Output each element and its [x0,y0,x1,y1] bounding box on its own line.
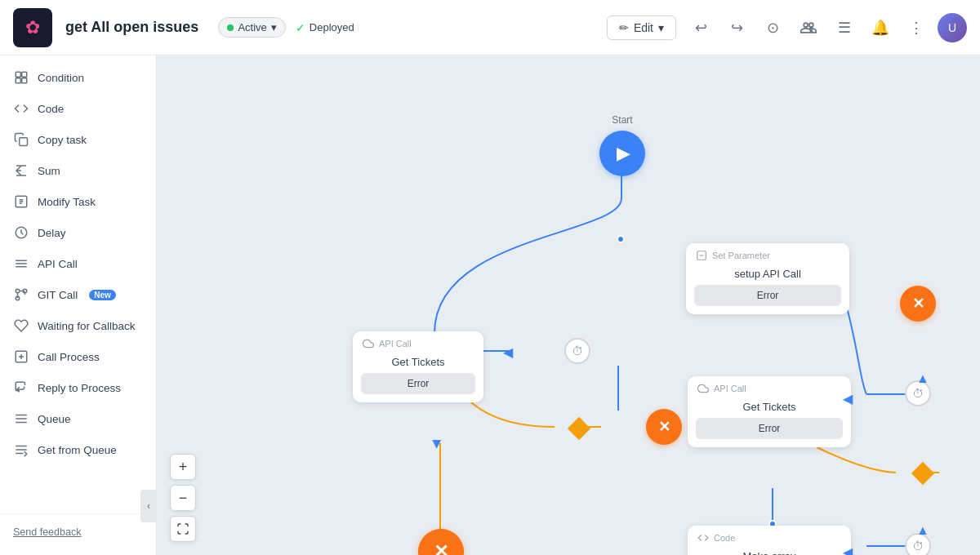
main-area: Condition Code Copy task Sum Modify Task [0,56,980,555]
copy-icon [13,131,29,148]
reply-icon [13,380,29,396]
api-call-1-node[interactable]: API Call Get Tickets Error [353,331,483,402]
zoom-out-button[interactable]: − [170,485,196,511]
set-param-icon [696,250,707,261]
svg-rect-2 [16,78,20,83]
sidebar-item-waiting-callback[interactable]: Waiting for Callback [0,310,156,341]
sidebar-label-reply-to-process: Reply to Process [38,382,121,394]
sidebar-label-condition: Condition [38,72,84,84]
document-button[interactable]: ☰ [830,13,859,42]
logo-icon: ✿ [25,17,40,38]
code-node-type: Code [714,533,735,543]
svg-rect-3 [22,78,27,83]
error-circle-1[interactable]: ✕ [646,409,682,445]
delay-icon [13,224,29,241]
active-status[interactable]: Active ▾ [218,17,285,38]
arrow-up-3: ▲ [916,523,929,538]
svg-rect-0 [16,72,20,77]
sidebar-label-waiting-callback: Waiting for Callback [38,320,136,332]
api-call-2-node[interactable]: API Call Get Tickets Error [688,376,851,447]
code-node[interactable]: Code Make array Error [688,526,851,555]
arrow-up-2: ▲ [916,371,929,386]
svg-rect-4 [20,138,28,146]
workflow-canvas[interactable]: Start ▶ Set Parameter setup API Call Err… [157,56,980,555]
fit-icon [176,522,189,535]
code-node-title: Make array [688,547,851,555]
x-icon-2: ✕ [658,418,670,436]
deployed-status: ✓ Deployed [296,21,354,34]
send-feedback-button[interactable]: Send feedback [13,526,81,538]
start-node: Start ▶ [599,114,645,176]
edit-button[interactable]: ✏ Edit ▾ [607,16,676,40]
sidebar-item-copy-task[interactable]: Copy task [0,124,156,155]
arrow-left-2: ◀ [843,391,853,406]
zoom-fit-button[interactable] [170,516,196,542]
queue-icon [13,411,29,427]
zoom-in-button[interactable]: + [170,454,196,480]
sidebar-item-api-call[interactable]: API Call [0,248,156,279]
x-icon-1: ✕ [912,295,924,313]
sidebar-item-queue[interactable]: Queue [0,403,156,434]
sidebar-label-api-call: API Call [38,258,78,270]
timer-1: ⏱ [564,338,590,364]
svg-rect-1 [22,72,27,77]
play-icon: ▶ [617,143,630,164]
sidebar-item-sum[interactable]: Sum [0,155,156,186]
sidebar-item-call-process[interactable]: Call Process [0,341,156,372]
sidebar-label-call-process: Call Process [38,351,100,363]
sidebar-label-copy-task: Copy task [38,134,87,146]
user-avatar[interactable]: U [938,13,967,42]
active-label: Active [238,21,266,33]
sidebar-item-get-from-queue[interactable]: Get from Queue [0,434,156,465]
page-title: get All open issues [65,19,198,36]
header-actions: ↩ ↪ ⊙ ☰ 🔔 ⋮ U [686,13,967,42]
sidebar: Condition Code Copy task Sum Modify Task [0,56,157,555]
node-header-code: Code [688,526,851,547]
info-button[interactable]: ⊙ [758,13,787,42]
add-user-button[interactable] [794,13,823,42]
start-button[interactable]: ▶ [599,131,645,176]
callback-icon [13,317,29,334]
cloud-icon-2 [697,383,709,394]
sidebar-collapse-button[interactable]: ‹ [140,490,157,522]
sidebar-item-code[interactable]: Code [0,93,156,124]
svg-point-7 [16,289,20,293]
set-parameter-node[interactable]: Set Parameter setup API Call Error [686,243,849,314]
sidebar-label-delay: Delay [38,227,66,239]
connections-svg [157,56,980,555]
sidebar-item-reply-to-process[interactable]: Reply to Process [0,372,156,403]
set-param-error: Error [694,285,841,306]
api-icon [13,255,29,272]
deployed-label: Deployed [310,21,354,33]
arrow-left-1: ◀ [503,344,513,360]
more-button[interactable]: ⋮ [902,13,931,42]
code-node-icon [697,532,709,544]
logo: ✿ [13,8,52,47]
modify-icon [13,193,29,210]
sidebar-item-condition[interactable]: Condition [0,62,156,93]
edit-pencil-icon: ✏ [619,21,629,34]
edit-label: Edit [634,21,653,34]
final-button[interactable]: ✕ [418,529,464,555]
sidebar-item-modify-task[interactable]: Modify Task [0,186,156,217]
deployed-check: ✓ [296,21,305,34]
code-icon [13,100,29,117]
diamond-1 [568,417,590,440]
git-icon [13,286,29,303]
sidebar-item-delay[interactable]: Delay [0,217,156,248]
sidebar-label-code: Code [38,103,64,115]
call-process-icon [13,349,29,365]
zoom-controls: + − [170,454,196,542]
diamond-2 [911,462,934,485]
redo-button[interactable]: ↪ [722,13,751,42]
api1-error: Error [361,373,475,394]
error-circle-set-param[interactable]: ✕ [900,286,936,322]
undo-button[interactable]: ↩ [686,13,715,42]
bell-button[interactable]: 🔔 [866,13,895,42]
node-header-set-param: Set Parameter [686,243,849,264]
sidebar-item-git-call[interactable]: GIT Call New [0,279,156,310]
api2-title: Get Tickets [688,397,851,418]
arrow-left-3: ◀ [843,544,853,555]
new-badge: New [89,290,116,300]
condition-icon [13,69,29,86]
